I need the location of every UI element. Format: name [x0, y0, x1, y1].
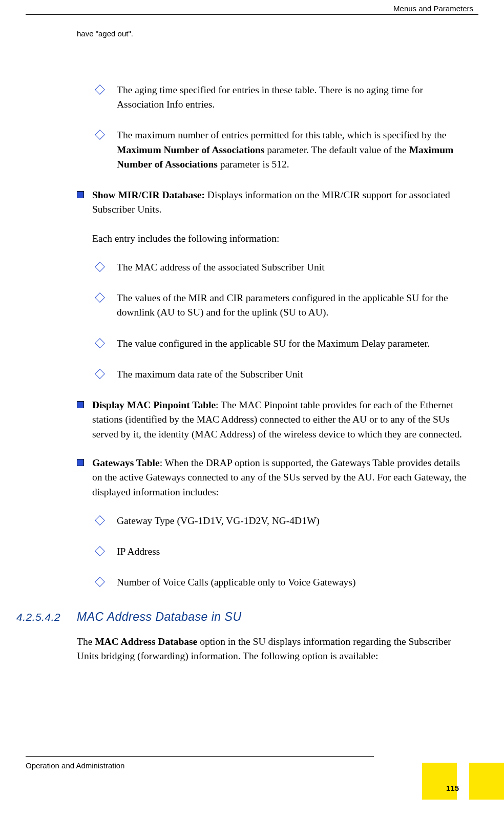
page: Menus and Parameters have "aged out". Th… — [0, 0, 504, 817]
item-title: Gateways Table — [92, 457, 160, 468]
list-item: The value configured in the applicable S… — [89, 337, 471, 351]
list-item: The maximum number of entries permitted … — [89, 128, 471, 172]
list-item: Gateway Type (VG-1D1V, VG-1D2V, NG-4D1W) — [89, 514, 471, 528]
list-item: The MAC address of the associated Subscr… — [89, 260, 471, 275]
square-item-gateways: Gateways Table: When the DRAP option is … — [77, 456, 471, 499]
text: parameter is 512. — [218, 159, 289, 170]
footer-rule — [26, 756, 374, 757]
header-rule — [26, 14, 478, 15]
list-item: The values of the MIR and CIR parameters… — [89, 291, 471, 320]
item-title: Show MIR/CIR Database: — [92, 190, 205, 200]
item-title: Display MAC Pinpoint Table — [92, 400, 216, 410]
diamond-list-3: Gateway Type (VG-1D1V, VG-1D2V, NG-4D1W)… — [77, 514, 471, 590]
diamond-list-2: The MAC address of the associated Subscr… — [77, 260, 471, 382]
text: The maximum number of entries permitted … — [117, 130, 446, 140]
section-heading: 4.2.5.4.2 MAC Address Database in SU — [16, 609, 471, 625]
page-number: 115 — [446, 784, 459, 792]
footer-doc-title: Operation and Administration — [26, 761, 124, 770]
page-accent-gap — [457, 763, 469, 800]
sub-intro-text: Each entry includes the following inform… — [92, 232, 471, 246]
square-item-mir-cir: Show MIR/CIR Database: Displays informat… — [77, 188, 471, 217]
body-column: have "aged out". The aging time specifie… — [77, 28, 471, 668]
section-number: 4.2.5.4.2 — [16, 610, 77, 625]
section-paragraph: The MAC Address Database option in the S… — [77, 635, 471, 664]
list-item: The aging time specified for entries in … — [89, 83, 471, 112]
bold-text: MAC Address Database — [95, 636, 197, 647]
text: The — [77, 636, 95, 647]
continued-fragment: have "aged out". — [77, 28, 471, 39]
bold-text: Maximum Number of Associations — [117, 144, 264, 155]
section-title: MAC Address Database in SU — [77, 609, 242, 625]
diamond-list-1: The aging time specified for entries in … — [77, 83, 471, 172]
list-item: The maximum data rate of the Subscriber … — [89, 367, 471, 382]
square-item-mac-pinpoint: Display MAC Pinpoint Table: The MAC Pinp… — [77, 398, 471, 442]
list-item: Number of Voice Calls (applicable only t… — [89, 575, 471, 590]
list-item: IP Address — [89, 544, 471, 559]
header-section-title: Menus and Parameters — [393, 4, 473, 13]
text: parameter. The default value of the — [264, 144, 409, 155]
